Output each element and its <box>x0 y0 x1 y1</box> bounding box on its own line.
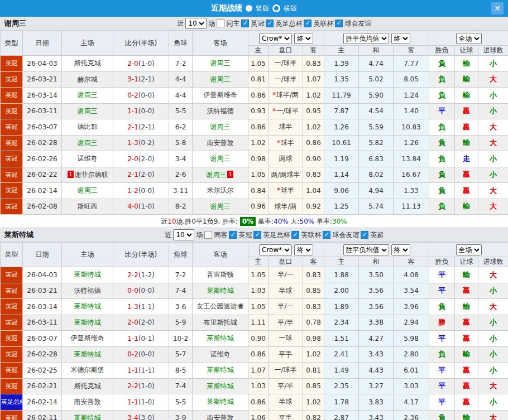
away-odds: 0.98 <box>303 331 324 347</box>
result-handicap: 贏 <box>455 103 478 119</box>
recent-count-select[interactable]: 10 <box>185 18 207 29</box>
home-odds: 0.98 <box>248 151 269 167</box>
handicap: 平手 <box>269 346 303 363</box>
result-wdl: 負 <box>429 56 455 72</box>
handicap: 一球 <box>269 331 303 347</box>
home-team: 斯托克城 <box>62 56 113 72</box>
odds-company-select-2[interactable]: Crow* <box>259 244 292 255</box>
same-venue-checkbox[interactable] <box>217 20 224 27</box>
col-goals: 进球数 <box>478 257 508 267</box>
match-score: 1-1(1-0) <box>113 394 169 411</box>
avg-away-odds: 2.36 <box>394 410 429 420</box>
col-corner: 角球 <box>169 243 193 267</box>
corner-score: 5-8 <box>169 135 193 151</box>
match-date: 26-02-14 <box>23 394 62 411</box>
home-team: 斯旺西 <box>62 199 113 215</box>
scope-select-1[interactable]: 全场 <box>456 33 482 44</box>
result-goals: 大 <box>478 135 508 151</box>
scope-group-header-1: 全场 <box>429 31 508 46</box>
scope-select-2[interactable]: 全场 <box>456 244 482 255</box>
horizontal-layout-label: 横版 <box>284 4 297 13</box>
result-handicap: 贏 <box>455 378 478 394</box>
away-team-name: 南安普敦 <box>207 414 234 420</box>
match-score: 0-2(0-0) <box>113 346 169 363</box>
avg-final-select-1[interactable]: 终 <box>391 33 410 44</box>
home-team-name: 谢周三 <box>78 139 98 147</box>
col-wdl: 胜负 <box>429 46 455 56</box>
halftime-score: (0-0) <box>138 350 155 358</box>
handicap-value: 平/半 <box>277 382 293 390</box>
summary-segment: 赢率: <box>256 218 274 225</box>
vertical-layout-radio[interactable] <box>246 5 252 12</box>
avg-draw-odds: 3.43 <box>359 410 394 420</box>
league-checkbox-球会友谊[interactable]: ✓ <box>323 231 330 239</box>
games-label: 场 <box>208 19 215 28</box>
corner-score: 7-2 <box>169 267 193 283</box>
close-button[interactable]: ✕ <box>491 2 504 15</box>
home-team-name: 谢周三 <box>78 91 98 99</box>
result-handicap: 輸 <box>455 56 478 72</box>
away-odds: 1.02 <box>303 346 324 363</box>
avg-away-odds: 11.13 <box>394 199 429 215</box>
league-checkbox-英联杯[interactable]: ✓ <box>291 231 299 239</box>
odds-company-select-1[interactable]: Crow* <box>259 33 292 44</box>
league-checkbox-英冠[interactable]: ✓ <box>241 20 249 27</box>
avg-away-odds: 2.94 <box>394 315 429 331</box>
home-odds: 1.02 <box>248 135 269 151</box>
avg-final-select-2[interactable]: 终 <box>391 244 410 255</box>
odds-final-select-2[interactable]: 终 <box>294 244 313 255</box>
home-team-name: 谢周三 <box>78 186 98 194</box>
type-badge: 英冠 <box>1 378 23 394</box>
league-checkbox-英超[interactable]: ✓ <box>361 231 368 239</box>
avg-select-1[interactable]: 胜平负均值 <box>343 33 389 44</box>
away-team: 布里斯托城 <box>193 315 248 331</box>
away-team: 莱斯特城 <box>193 363 248 379</box>
avg-home-odds: 1.25 <box>324 199 359 215</box>
red-card-badge: 1 <box>227 171 233 178</box>
match-score: 3-4(3-0) <box>113 410 169 420</box>
same-venue-checkbox[interactable] <box>204 231 212 239</box>
avg-home-odds: 1.89 <box>324 299 359 315</box>
avg-select-2[interactable]: 胜平负均值 <box>343 244 389 255</box>
home-team-name: 莱斯特城 <box>74 302 101 310</box>
summary-segment: 40% <box>274 218 289 225</box>
league-checkbox-英联杯[interactable]: ✓ <box>304 20 311 27</box>
home-odds: 0.86 <box>248 119 269 136</box>
home-team: 1谢菲尔德联 <box>62 167 113 183</box>
home-team-name: 斯旺西 <box>78 202 98 210</box>
home-odds: 1.05 <box>248 56 269 72</box>
match-score: 2-1(2-1) <box>113 119 169 136</box>
type-badge: 英冠 <box>1 346 23 363</box>
section-bar-team-2: 莱斯特城 近10场同客✓英冠✓英足总杯✓英联杯✓球会友谊✓英超 <box>0 228 508 242</box>
away-odds: 0.78 <box>303 315 324 331</box>
avg-home-odds: 1.78 <box>324 394 359 411</box>
fulltime-score: 1-3 <box>127 139 138 147</box>
result-goals: 小 <box>478 394 508 411</box>
result-goals: 小 <box>478 151 508 167</box>
result-handicap: 輸 <box>455 88 478 104</box>
corner-score: 3-4 <box>169 151 193 167</box>
changed-handicap-marker: * <box>272 91 276 99</box>
league-checkbox-英足总杯[interactable]: ✓ <box>253 231 261 239</box>
match-row: 英足总杯26-02-14南安普敦1-1(1-0)5-5莱斯特城0.86半球1.0… <box>1 394 508 411</box>
match-row: 英冠26-02-08斯旺西4-0(1-0)8-2谢周三0.96球半/两0.921… <box>1 199 508 215</box>
away-team: 谢周三 <box>193 199 248 215</box>
result-handicap: 輸 <box>455 71 478 88</box>
type-badge: 英冠 <box>1 151 23 167</box>
horizontal-layout-radio[interactable] <box>272 4 280 12</box>
handicap: *一/球半 <box>269 103 303 119</box>
league-checkbox-英足总杯[interactable]: ✓ <box>266 20 274 27</box>
away-team: 女王公园巡游者 <box>193 299 248 315</box>
result-goals: 小 <box>478 167 508 183</box>
odds-final-select-1[interactable]: 终 <box>294 33 313 44</box>
avg-home-odds: 1.14 <box>324 167 359 183</box>
corner-score: 7-2 <box>169 56 193 72</box>
col-date: 日期 <box>23 243 62 267</box>
league-checkbox-球会友谊[interactable]: ✓ <box>335 20 343 27</box>
match-row: 英冠26-03-11谢周三1-1(0-0)5-5沃特福德0.93*一/球半0.9… <box>1 103 508 119</box>
recent-count-select[interactable]: 10 <box>173 229 194 240</box>
result-handicap: 贏 <box>455 283 478 299</box>
avg-home-odds: 2.35 <box>324 378 359 394</box>
league-checkbox-英冠[interactable]: ✓ <box>229 231 237 239</box>
home-team-name: 南安普敦 <box>74 398 101 405</box>
